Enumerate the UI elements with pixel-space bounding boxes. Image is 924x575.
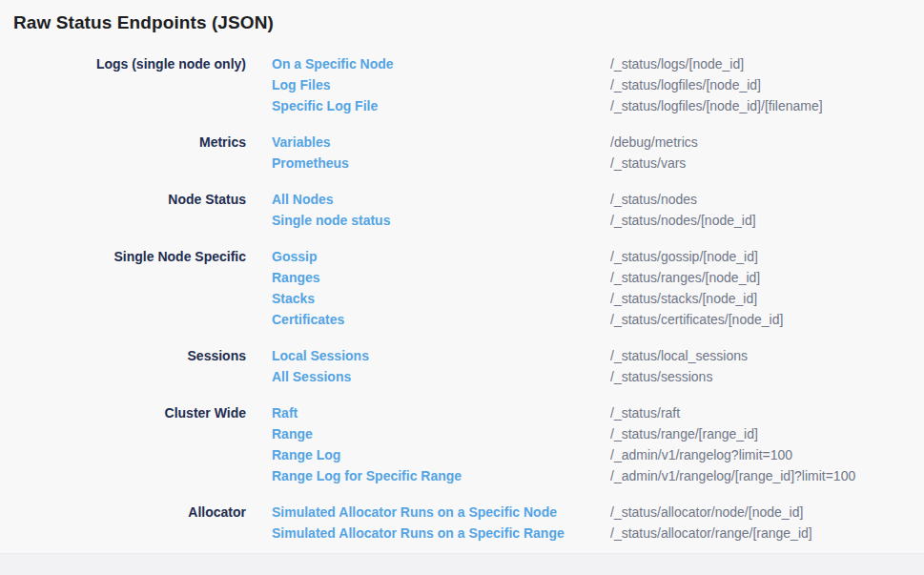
group-links-column: On a Specific NodeLog FilesSpecific Log …	[246, 53, 610, 116]
group-category-label: Cluster Wide	[0, 402, 246, 486]
endpoint-link[interactable]: Range	[272, 423, 610, 444]
group-endpoints-column: /_status/local_sessions/_status/sessions	[610, 345, 924, 387]
group-category-label: Allocator	[0, 502, 246, 544]
endpoint-link[interactable]: Prometheus	[272, 153, 610, 174]
group-endpoints-column: /_status/nodes/_status/nodes/[node_id]	[610, 189, 924, 231]
group-category-label: Logs (single node only)	[0, 53, 246, 116]
endpoint-link[interactable]: Gossip	[272, 246, 610, 267]
endpoint-group: Allocator Simulated Allocator Runs on a …	[0, 502, 924, 544]
endpoint-link[interactable]: All Sessions	[272, 366, 610, 387]
endpoint-path: /_admin/v1/rangelog?limit=100	[610, 444, 924, 465]
endpoint-group: Metrics VariablesPrometheus /debug/metri…	[0, 132, 924, 174]
page-footer-band	[0, 553, 924, 575]
endpoint-link[interactable]: All Nodes	[272, 189, 610, 210]
endpoint-group: Sessions Local SessionsAll Sessions /_st…	[0, 345, 924, 387]
group-category-label: Single Node Specific	[0, 246, 246, 330]
debug-endpoints-page: Raw Status Endpoints (JSON) Logs (single…	[0, 0, 924, 553]
endpoint-path: /_status/logs/[node_id]	[610, 53, 924, 74]
endpoint-path: /_status/logfiles/[node_id]	[610, 74, 924, 95]
endpoint-link[interactable]: Certificates	[272, 309, 610, 330]
endpoint-path: /_status/range/[range_id]	[610, 423, 924, 444]
group-endpoints-column: /_status/logs/[node_id]/_status/logfiles…	[610, 53, 924, 116]
group-links-column: GossipRangesStacksCertificates	[246, 246, 610, 330]
endpoint-path: /_status/stacks/[node_id]	[610, 288, 924, 309]
endpoint-path: /_status/local_sessions	[610, 345, 924, 366]
endpoint-path: /_status/allocator/range/[range_id]	[610, 523, 924, 544]
endpoint-path: /_status/gossip/[node_id]	[610, 246, 924, 267]
endpoint-link[interactable]: Log Files	[272, 74, 610, 95]
endpoint-groups: Logs (single node only) On a Specific No…	[0, 53, 924, 544]
endpoint-link[interactable]: Simulated Allocator Runs on a Specific R…	[272, 523, 610, 544]
endpoint-link[interactable]: Stacks	[272, 288, 610, 309]
endpoint-link[interactable]: Variables	[272, 132, 610, 153]
endpoint-path: /_status/nodes	[610, 189, 924, 210]
endpoint-link[interactable]: Range Log for Specific Range	[272, 465, 610, 486]
endpoint-path: /_status/allocator/node/[node_id]	[610, 502, 924, 523]
group-endpoints-column: /_status/allocator/node/[node_id]/_statu…	[610, 502, 924, 544]
group-category-label: Node Status	[0, 189, 246, 231]
endpoint-link[interactable]: Simulated Allocator Runs on a Specific N…	[272, 502, 610, 523]
endpoint-path: /_status/ranges/[node_id]	[610, 267, 924, 288]
group-links-column: Local SessionsAll Sessions	[246, 345, 610, 387]
endpoint-link[interactable]: Range Log	[272, 444, 610, 465]
endpoint-path: /_status/logfiles/[node_id]/[filename]	[610, 95, 924, 116]
endpoint-link[interactable]: On a Specific Node	[272, 53, 610, 74]
endpoint-link[interactable]: Raft	[272, 402, 610, 423]
endpoint-link[interactable]: Specific Log File	[272, 95, 610, 116]
endpoint-path: /_status/certificates/[node_id]	[610, 309, 924, 330]
group-endpoints-column: /_status/raft/_status/range/[range_id]/_…	[610, 402, 924, 486]
endpoint-group: Single Node Specific GossipRangesStacksC…	[0, 246, 924, 330]
endpoint-link[interactable]: Single node status	[272, 210, 610, 231]
endpoint-path: /_status/vars	[610, 153, 924, 174]
endpoint-group: Node Status All NodesSingle node status …	[0, 189, 924, 231]
group-links-column: All NodesSingle node status	[246, 189, 610, 231]
endpoint-path: /_status/raft	[610, 402, 924, 423]
page-title: Raw Status Endpoints (JSON)	[13, 12, 924, 33]
group-links-column: VariablesPrometheus	[246, 132, 610, 174]
group-links-column: RaftRangeRange LogRange Log for Specific…	[246, 402, 610, 486]
endpoint-group: Cluster Wide RaftRangeRange LogRange Log…	[0, 402, 924, 486]
endpoint-path: /debug/metrics	[610, 132, 924, 153]
endpoint-path: /_status/sessions	[610, 366, 924, 387]
endpoint-path: /_status/nodes/[node_id]	[610, 210, 924, 231]
group-category-label: Metrics	[0, 132, 246, 174]
group-endpoints-column: /_status/gossip/[node_id]/_status/ranges…	[610, 246, 924, 330]
group-links-column: Simulated Allocator Runs on a Specific N…	[246, 502, 610, 544]
endpoint-path: /_admin/v1/rangelog/[range_id]?limit=100	[610, 465, 924, 486]
endpoint-link[interactable]: Ranges	[272, 267, 610, 288]
group-category-label: Sessions	[0, 345, 246, 387]
endpoint-group: Logs (single node only) On a Specific No…	[0, 53, 924, 116]
group-endpoints-column: /debug/metrics/_status/vars	[610, 132, 924, 174]
endpoint-link[interactable]: Local Sessions	[272, 345, 610, 366]
